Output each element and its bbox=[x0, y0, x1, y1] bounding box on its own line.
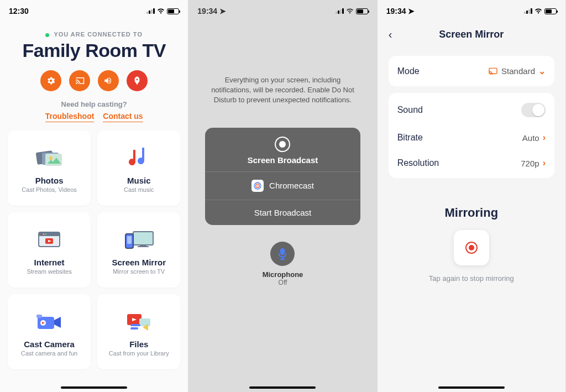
svg-rect-21 bbox=[130, 327, 138, 330]
resolution-row[interactable]: Resolution 720p› bbox=[389, 150, 554, 176]
resolution-value: 720p bbox=[521, 159, 539, 168]
files-icon bbox=[125, 310, 153, 335]
stop-mirroring-button[interactable] bbox=[454, 230, 489, 265]
sheet-title: Screen Broadcast bbox=[205, 155, 360, 165]
page-header: ‹ Screen Mirror bbox=[378, 20, 565, 49]
device-name: Family Room TV bbox=[0, 40, 188, 61]
tile-title: Cast Camera bbox=[24, 339, 75, 349]
help-question: Need help casting? bbox=[0, 100, 188, 108]
help-links: Troubleshoot Contact us bbox=[0, 112, 188, 121]
bitrate-value: Auto bbox=[522, 133, 539, 143]
screen-home: 12:30 YOU ARE CONNECTED TO Family Room T… bbox=[0, 0, 188, 392]
mic-label: Microphone bbox=[205, 270, 360, 279]
tile-screen-mirror[interactable]: Screen Mirror Mirror screen to TV bbox=[97, 212, 180, 288]
troubleshoot-link[interactable]: Troubleshoot bbox=[45, 112, 95, 122]
tile-photos[interactable]: Photos Cast Photos, Videos bbox=[8, 130, 91, 206]
tile-cast-camera[interactable]: Cast Camera Cast camera and fun bbox=[8, 294, 91, 369]
location-icon: ➤ bbox=[408, 7, 415, 15]
microphone-section: Microphone Off bbox=[205, 242, 360, 286]
signal-icon bbox=[336, 8, 344, 14]
statusbar: 19:34 ➤ bbox=[378, 0, 565, 20]
mic-status: Off bbox=[205, 279, 360, 286]
svg-point-8 bbox=[45, 233, 46, 234]
action-row bbox=[0, 70, 188, 91]
svg-point-6 bbox=[41, 233, 42, 234]
svg-rect-12 bbox=[138, 246, 149, 247]
mirroring-section: Mirroring Tap again to stop mirroring bbox=[378, 206, 565, 283]
contact-link[interactable]: Contact us bbox=[103, 112, 143, 122]
broadcast-warning: Everything on your screen, including not… bbox=[205, 75, 360, 106]
sheet-header: Screen Broadcast bbox=[205, 128, 360, 171]
tile-sub: Cast music bbox=[124, 186, 154, 193]
svg-rect-25 bbox=[280, 248, 285, 255]
cast-icon bbox=[488, 67, 498, 75]
wifi-icon bbox=[156, 8, 165, 14]
home-indicator[interactable] bbox=[61, 386, 127, 389]
svg-rect-17 bbox=[36, 315, 42, 318]
gear-icon bbox=[46, 76, 56, 86]
mirroring-title: Mirroring bbox=[378, 206, 565, 220]
cast-button[interactable] bbox=[69, 70, 90, 91]
wifi-icon bbox=[345, 8, 354, 14]
tile-sub: Cast Photos, Videos bbox=[22, 186, 76, 193]
battery-icon bbox=[544, 8, 557, 14]
record-icon bbox=[275, 137, 290, 152]
svg-rect-14 bbox=[127, 236, 132, 244]
chromecast-app-icon bbox=[251, 180, 264, 192]
screen-broadcast: 19:34 ➤ Everything on your screen, inclu… bbox=[188, 0, 377, 392]
mode-row[interactable]: Mode Standard ⌄ bbox=[389, 58, 554, 84]
connected-dot-icon bbox=[45, 33, 49, 37]
music-icon bbox=[129, 146, 149, 171]
microphone-icon bbox=[277, 247, 288, 260]
connection-status: YOU ARE CONNECTED TO bbox=[0, 31, 188, 38]
location-icon: ➤ bbox=[219, 7, 226, 15]
svg-point-24 bbox=[257, 185, 259, 186]
tile-title: Files bbox=[129, 339, 148, 349]
volume-button[interactable] bbox=[98, 70, 119, 91]
svg-rect-11 bbox=[140, 245, 146, 246]
camera-icon bbox=[35, 310, 63, 335]
sound-row[interactable]: Sound bbox=[389, 95, 554, 125]
chevron-right-icon: › bbox=[543, 133, 546, 143]
mode-value: Standard bbox=[501, 66, 535, 76]
tile-title: Internet bbox=[34, 258, 65, 267]
status-time: 19:34 bbox=[386, 7, 406, 15]
record-icon bbox=[465, 242, 478, 254]
chevron-down-icon: ⌄ bbox=[538, 66, 546, 76]
wifi-icon bbox=[534, 8, 543, 14]
battery-icon bbox=[356, 8, 368, 14]
boost-button[interactable] bbox=[127, 70, 148, 91]
status-time: 19:34 bbox=[197, 7, 217, 15]
tile-sub: Mirror screen to TV bbox=[113, 268, 165, 275]
battery-icon bbox=[167, 8, 179, 14]
bitrate-row[interactable]: Bitrate Auto› bbox=[389, 125, 554, 150]
resolution-label: Resolution bbox=[397, 158, 439, 168]
app-selector-row[interactable]: Chromecast bbox=[205, 171, 360, 200]
back-button[interactable]: ‹ bbox=[389, 28, 392, 41]
statusbar: 12:30 bbox=[0, 0, 188, 20]
chevron-right-icon: › bbox=[543, 158, 546, 168]
sound-toggle[interactable] bbox=[521, 103, 546, 117]
tile-title: Photos bbox=[35, 176, 64, 185]
tile-music[interactable]: Music Cast music bbox=[97, 130, 180, 206]
broadcast-sheet: Screen Broadcast Chromecast Start Broadc… bbox=[205, 128, 360, 225]
status-time: 12:30 bbox=[9, 7, 29, 15]
home-indicator[interactable] bbox=[249, 386, 316, 389]
signal-icon bbox=[146, 8, 155, 14]
microphone-toggle[interactable] bbox=[270, 242, 295, 266]
rocket-icon bbox=[132, 76, 142, 86]
start-broadcast-button[interactable]: Start Broadcast bbox=[205, 200, 360, 225]
settings-button[interactable] bbox=[40, 70, 61, 91]
svg-point-3 bbox=[49, 156, 53, 160]
tile-files[interactable]: Files Cast from your Library bbox=[97, 294, 180, 369]
home-indicator[interactable] bbox=[438, 386, 505, 389]
bitrate-label: Bitrate bbox=[397, 133, 423, 143]
screen-mirror-icon bbox=[123, 228, 154, 253]
tile-internet[interactable]: Internet Stream websites bbox=[8, 212, 91, 288]
tile-sub: Cast from your Library bbox=[109, 350, 169, 357]
tile-sub: Stream websites bbox=[27, 268, 71, 275]
sound-label: Sound bbox=[397, 105, 423, 115]
mirroring-hint: Tap again to stop mirroring bbox=[378, 274, 565, 283]
svg-rect-19 bbox=[139, 318, 150, 326]
tile-title: Screen Mirror bbox=[112, 258, 166, 267]
